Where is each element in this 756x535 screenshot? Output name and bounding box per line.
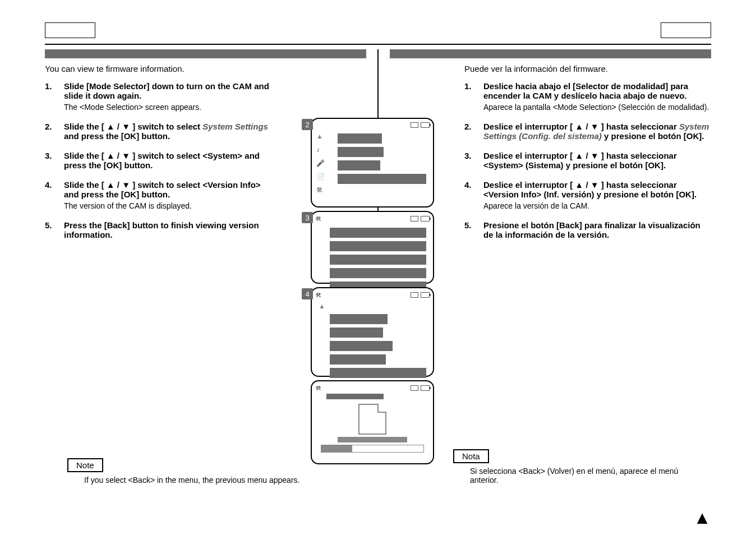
step-text: Slide [Mode Selector] down to turn on th…	[64, 81, 269, 100]
card-icon	[411, 216, 418, 222]
step-number: 5.	[45, 220, 64, 239]
step-number: 4.	[464, 180, 483, 210]
step-text-pre: Slide the [ ▲ / ▼ ] switch to select	[64, 122, 202, 131]
battery-icon	[421, 292, 430, 298]
step-number: 1.	[464, 81, 483, 112]
menu-row-selected	[330, 368, 426, 378]
settings-icon: 🛠	[315, 292, 321, 298]
step-number: 5.	[464, 220, 483, 239]
arrow-up-icon: ▲	[316, 132, 325, 140]
settings-icon: 🛠	[316, 186, 325, 194]
step-number: 3.	[464, 151, 483, 170]
menu-row	[338, 133, 382, 144]
right-note-text: Si selecciona <Back> (Volver) en el menú…	[453, 467, 689, 485]
document-icon: 📄	[316, 173, 325, 181]
step-number: 4.	[45, 180, 64, 210]
left-steps-list: 1. Slide [Mode Selector] down to turn on…	[45, 81, 269, 239]
screen-4: 4 🛠 ▲ ▼	[311, 287, 434, 377]
left-intro: You can view te firmware information.	[45, 64, 269, 73]
screen-version-info: 🛠	[311, 380, 434, 464]
step-text: Presione el botón [Back] para finalizar …	[483, 220, 700, 239]
info-line	[338, 437, 407, 442]
manual-page: You can view te firmware information. 1.…	[0, 0, 756, 535]
screen-header: 🛠	[315, 385, 430, 391]
card-icon	[411, 122, 418, 128]
screen-2: 2 ▲ ♪ 🎤 📄 🛠	[311, 118, 434, 207]
step-subtext: Aparece la pantalla <Mode Selection> (Se…	[483, 103, 711, 112]
header-box-right	[661, 22, 711, 38]
menu-row	[330, 241, 426, 251]
menu-row	[330, 255, 426, 265]
left-step-5: 5. Press the [Back] button to finish vie…	[45, 220, 269, 239]
page-nav-arrow-icon: ▲	[693, 508, 711, 528]
menu-row	[330, 341, 393, 351]
note-label-box: Note	[67, 458, 103, 472]
right-steps-list: 1. Deslice hacia abajo el [Selector de m…	[464, 81, 711, 239]
mode-icons: ▲ ♪ 🎤 📄 🛠	[316, 132, 325, 194]
left-step-2: 2. Slide the [ ▲ / ▼ ] switch to select …	[45, 122, 269, 141]
left-step-4: 4. Slide the [ ▲ / ▼ ] switch to select …	[45, 180, 269, 210]
step-text-italic: System Settings	[202, 122, 268, 131]
screen-badge-4: 4	[302, 288, 313, 299]
step-subtext: Aparece la versión de la CAM.	[483, 201, 711, 210]
music-icon: ♪	[316, 146, 325, 154]
step-text: Slide the [ ▲ / ▼ ] switch to select <Ve…	[64, 180, 261, 199]
step-subtext: The <Mode Selection> screen appears.	[64, 103, 269, 112]
menu-row	[338, 147, 384, 157]
battery-icon	[421, 122, 430, 128]
menu-row	[330, 354, 386, 365]
title-row	[326, 394, 384, 399]
step-text: Slide the [ ▲ / ▼ ] switch to select <Sy…	[64, 151, 260, 170]
step-number: 2.	[45, 122, 64, 141]
menu-row	[330, 228, 426, 238]
card-icon	[411, 385, 418, 391]
step-text-pre: Deslice el interruptor [ ▲ / ▼ ] hasta s…	[483, 122, 679, 131]
screen-mockups: 2 ▲ ♪ 🎤 📄 🛠 3 🛠	[311, 118, 445, 468]
step-number: 1.	[45, 81, 64, 112]
screen-3: 3 🛠	[311, 211, 434, 284]
arrow-up-icon: ▲	[319, 302, 325, 310]
step-text-post: y presione el botón [OK].	[602, 131, 704, 141]
right-step-2: 2. Deslice el interruptor [ ▲ / ▼ ] hast…	[464, 122, 711, 141]
step-text-post: and press the [OK] button.	[64, 131, 170, 141]
screen-badge-2: 2	[302, 119, 313, 130]
header-box-left	[45, 22, 95, 38]
right-step-3: 3. Deslice el interruptor [ ▲ / ▼ ] hast…	[464, 151, 711, 170]
left-step-3: 3. Slide the [ ▲ / ▼ ] switch to select …	[45, 151, 269, 170]
right-note-section: Nota Si selecciona <Back> (Volver) en el…	[453, 449, 689, 485]
screen-header: 🛠	[315, 292, 430, 298]
right-title-bar	[390, 49, 711, 58]
settings-icon: 🛠	[315, 215, 321, 222]
left-note-section: Note If you select <Back> in the menu, t…	[67, 458, 303, 485]
right-step-4: 4. Deslice el interruptor [ ▲ / ▼ ] hast…	[464, 180, 711, 210]
menu-row-selected	[338, 174, 426, 184]
left-step-1: 1. Slide [Mode Selector] down to turn on…	[45, 81, 269, 112]
step-text: Deslice el interruptor [ ▲ / ▼ ] hasta s…	[483, 180, 697, 199]
battery-icon	[421, 385, 430, 391]
screen-badge-3: 3	[302, 212, 313, 223]
left-note-text: If you select <Back> in the menu, the pr…	[67, 476, 303, 485]
info-bar	[321, 445, 424, 453]
screen-header	[315, 122, 430, 128]
note-label-box: Nota	[453, 449, 489, 463]
right-step-1: 1. Deslice hacia abajo el [Selector de m…	[464, 81, 711, 112]
menu-row	[330, 314, 388, 324]
screen-header: 🛠	[315, 215, 430, 222]
step-text: Press the [Back] button to finish viewin…	[64, 220, 259, 239]
card-icon	[411, 292, 418, 298]
menu-row	[330, 328, 383, 338]
settings-icon: 🛠	[315, 385, 321, 391]
menu-row	[338, 160, 380, 170]
step-text: Deslice el interruptor [ ▲ / ▼ ] hasta s…	[483, 151, 677, 170]
step-text: Deslice hacia abajo el [Selector de moda…	[483, 81, 688, 100]
step-number: 3.	[45, 151, 64, 170]
header-divider	[45, 44, 711, 45]
page-header-boxes	[45, 22, 711, 38]
battery-icon	[421, 216, 430, 222]
right-step-5: 5. Presione el botón [Back] para finaliz…	[464, 220, 711, 239]
left-title-bar	[45, 49, 366, 58]
step-subtext: The version of the CAM is displayed.	[64, 201, 269, 210]
mic-icon: 🎤	[316, 159, 325, 167]
document-icon	[358, 404, 386, 435]
step-number: 2.	[464, 122, 483, 141]
